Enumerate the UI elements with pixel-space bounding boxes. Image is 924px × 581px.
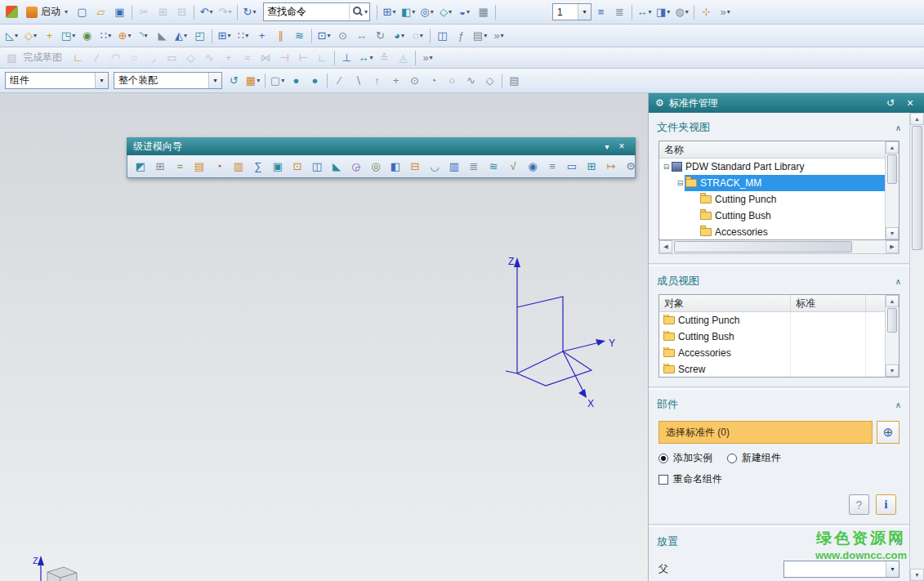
zoom-icon[interactable]: ⊙ bbox=[333, 27, 352, 45]
separator[interactable] bbox=[430, 29, 431, 43]
scroll-down-icon[interactable]: ▼ bbox=[910, 569, 924, 581]
snap-existing-point-icon[interactable]: ○ bbox=[443, 72, 462, 90]
tree-vertical-scrollbar[interactable]: ▲ ▼ bbox=[885, 141, 899, 239]
bending-insert-icon[interactable]: ◣ bbox=[327, 158, 346, 176]
display-mode-icon[interactable]: ◧ ▾ bbox=[399, 3, 417, 21]
project-initialize-icon[interactable]: ◩ bbox=[131, 158, 150, 176]
more-sketch-icon[interactable]: » ▾ bbox=[418, 49, 437, 67]
scroll-thumb[interactable] bbox=[887, 308, 897, 333]
shell-icon[interactable]: ◰ bbox=[190, 27, 209, 45]
snap-control-point-icon[interactable]: ↑ bbox=[368, 72, 386, 90]
object-display-icon[interactable]: ◨ ▾ bbox=[654, 3, 672, 21]
highlight-sphere-icon[interactable]: ● bbox=[287, 72, 306, 90]
select-region-icon[interactable]: ▢ ▾ bbox=[268, 72, 287, 90]
rotate-view-icon[interactable]: ↻ bbox=[371, 27, 390, 45]
customize-icon[interactable]: » ▾ bbox=[716, 3, 734, 21]
snap-point-on-curve-icon[interactable]: ∿ bbox=[462, 72, 480, 90]
expressions-icon[interactable]: ƒ bbox=[452, 27, 471, 45]
placement-section-header[interactable]: 放置 ∧ bbox=[649, 527, 909, 553]
selection-scope-combo[interactable]: 整个装配 ▾ bbox=[114, 72, 222, 89]
copy-icon[interactable]: ⊞ bbox=[154, 3, 172, 21]
point-icon[interactable]: + bbox=[219, 49, 238, 67]
unite-icon[interactable]: ⊕ ▾ bbox=[115, 27, 134, 45]
tree-item[interactable]: Cutting Bush bbox=[659, 208, 885, 224]
new-file-icon[interactable]: ▢ bbox=[73, 3, 92, 21]
search-icon[interactable] bbox=[349, 4, 364, 20]
quick-trim-icon[interactable]: ⊣ bbox=[275, 49, 294, 67]
member-row[interactable]: Cutting Bush bbox=[659, 328, 885, 345]
collapse-chevron-icon[interactable]: ∧ bbox=[895, 123, 901, 132]
separator[interactable] bbox=[194, 5, 194, 20]
polygon-icon[interactable]: ◇ bbox=[181, 49, 200, 67]
tree-item[interactable]: Accessories bbox=[659, 224, 885, 239]
export-icon[interactable]: ↦ bbox=[601, 158, 621, 176]
tooling-validation-icon[interactable]: √ bbox=[503, 158, 523, 176]
rendering-style-icon[interactable]: ◒ ▾ bbox=[455, 3, 474, 21]
pan-icon[interactable]: ↔ bbox=[352, 27, 371, 45]
geometric-constraints-icon[interactable]: ⊥ bbox=[337, 49, 356, 67]
search-options-chevron-icon[interactable]: ▾ bbox=[364, 8, 368, 16]
paste-icon[interactable]: ⊟ bbox=[172, 3, 191, 21]
bom-icon[interactable]: ≡ bbox=[542, 158, 562, 176]
separator[interactable] bbox=[377, 5, 377, 20]
wizard-menu-chevron-icon[interactable]: ▾ bbox=[600, 140, 614, 153]
chevron-down-icon[interactable]: ▾ bbox=[578, 4, 591, 20]
extrude-icon[interactable]: ◳ ▾ bbox=[59, 27, 78, 45]
separator[interactable] bbox=[632, 5, 632, 20]
material-settings-icon[interactable]: ≣ bbox=[464, 158, 484, 176]
scrap-design-icon[interactable]: ◔ bbox=[209, 158, 229, 176]
undo-icon[interactable]: ↶ ▾ bbox=[197, 3, 216, 21]
relief-design-icon[interactable]: ◡ bbox=[425, 158, 444, 176]
separator[interactable] bbox=[311, 29, 312, 43]
select-standard-part-field[interactable]: 选择标准件 (0) bbox=[658, 421, 873, 444]
make-corner-icon[interactable]: ∟ bbox=[313, 49, 332, 67]
hole-table-icon[interactable]: ⊞ bbox=[582, 158, 601, 176]
snap-intersection-icon[interactable]: + bbox=[386, 72, 405, 90]
blank-generator-icon[interactable]: ≈ bbox=[170, 158, 190, 176]
separator[interactable] bbox=[334, 51, 335, 65]
tree-expander-icon[interactable]: ⊟ bbox=[676, 179, 685, 187]
finish-sketch-icon[interactable]: ▨ bbox=[2, 49, 21, 67]
show-hide-icon[interactable]: ◎ ▾ bbox=[417, 3, 436, 21]
wave-geometry-linker-icon[interactable]: ≋ bbox=[290, 27, 309, 45]
snap-quadrant-icon[interactable]: ◔ bbox=[424, 72, 443, 90]
close-icon[interactable]: × bbox=[903, 96, 917, 109]
command-search-input[interactable] bbox=[264, 5, 349, 19]
move-component-icon[interactable]: + bbox=[252, 27, 271, 45]
studio-spline-icon[interactable]: ∿ bbox=[200, 49, 219, 67]
scroll-thumb[interactable] bbox=[912, 126, 922, 250]
mirror-curve-icon[interactable]: ⋈ bbox=[257, 49, 275, 67]
scroll-down-icon[interactable]: ▼ bbox=[886, 364, 899, 377]
information-button[interactable]: i bbox=[876, 494, 896, 515]
cut-icon[interactable]: ✂ bbox=[135, 3, 154, 21]
sketch-icon[interactable]: ◺ ▾ bbox=[2, 27, 21, 45]
menu-icon[interactable]: ▤ bbox=[505, 72, 524, 90]
radio-add-instance[interactable] bbox=[658, 454, 668, 463]
collapse-chevron-icon[interactable]: ∧ bbox=[895, 277, 901, 286]
line-icon[interactable]: ∕ bbox=[87, 49, 106, 67]
separator[interactable] bbox=[265, 74, 266, 88]
member-vertical-scrollbar[interactable]: ▲ ▼ bbox=[885, 295, 899, 377]
blank-layout-icon[interactable]: ▤ bbox=[190, 158, 209, 176]
scroll-up-icon[interactable]: ▲ bbox=[886, 295, 899, 307]
offset-curve-icon[interactable]: ≈ bbox=[238, 49, 257, 67]
snap-endpoint-icon[interactable]: ∕ bbox=[330, 72, 349, 90]
show-constraints-icon[interactable]: ◬ bbox=[394, 49, 413, 67]
more-commands-icon[interactable]: » ▾ bbox=[489, 27, 508, 45]
strip-layout-icon[interactable]: ▥ bbox=[229, 158, 248, 176]
parent-combo[interactable]: ▾ bbox=[783, 561, 899, 578]
separator[interactable] bbox=[132, 5, 132, 20]
checkbox-rename-component[interactable] bbox=[658, 475, 668, 485]
scroll-down-icon[interactable]: ▼ bbox=[886, 227, 899, 239]
separator[interactable] bbox=[495, 5, 496, 20]
scroll-thumb[interactable] bbox=[887, 154, 897, 184]
snap-midpoint-icon[interactable]: ∖ bbox=[349, 72, 368, 90]
part-section-header[interactable]: 部件 ∧ bbox=[649, 390, 909, 416]
fit-view-icon[interactable]: ⊡ ▾ bbox=[315, 27, 333, 45]
collapse-chevron-icon[interactable]: ∧ bbox=[895, 400, 901, 409]
piercing-insert-icon[interactable]: ◫ bbox=[307, 158, 327, 176]
hole-icon[interactable]: ◉ bbox=[78, 27, 96, 45]
redo-icon[interactable]: ↷ ▾ bbox=[216, 3, 234, 21]
reset-dialog-icon[interactable]: ↺ bbox=[883, 97, 898, 109]
collapse-chevron-icon[interactable]: ∧ bbox=[895, 538, 901, 547]
